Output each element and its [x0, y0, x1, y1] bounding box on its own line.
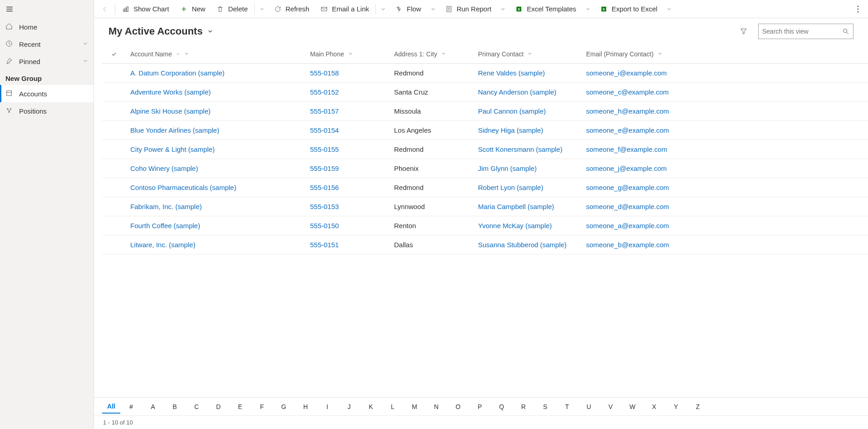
email-link[interactable]: someone_b@example.com [586, 241, 669, 249]
sidebar-item-recent[interactable]: Recent [0, 35, 94, 53]
show-chart-button[interactable]: Show Chart [116, 0, 174, 18]
table-row[interactable]: City Power & Light (sample)555-0155Redmo… [102, 140, 868, 159]
contact-link[interactable]: Jim Glynn (sample) [478, 165, 537, 172]
contact-link[interactable]: Scott Konersmann (sample) [478, 145, 562, 153]
account-name-link[interactable]: Contoso Pharmaceuticals (sample) [130, 184, 236, 191]
column-header-main-phone[interactable]: Main Phone [310, 50, 394, 58]
filter-button[interactable] [735, 22, 753, 40]
alpha-filter-w[interactable]: W [621, 400, 643, 413]
back-button[interactable] [96, 0, 114, 18]
alpha-filter-s[interactable]: S [534, 400, 556, 413]
contact-link[interactable]: Susanna Stubberod (sample) [478, 241, 567, 249]
alpha-filter-q[interactable]: Q [491, 400, 513, 413]
email-link[interactable]: someone_i@example.com [586, 69, 667, 77]
contact-link[interactable]: Maria Campbell (sample) [478, 203, 554, 210]
alpha-filter-y[interactable]: Y [665, 400, 687, 413]
sidebar-item-accounts[interactable]: Accounts [0, 85, 94, 102]
phone-link[interactable]: 555-0150 [310, 222, 339, 229]
cmd-dropdown-button[interactable] [497, 0, 509, 18]
phone-link[interactable]: 555-0159 [310, 165, 339, 172]
table-row[interactable]: A. Datum Corporation (sample)555-0158Red… [102, 64, 868, 83]
phone-link[interactable]: 555-0151 [310, 241, 339, 249]
column-header-primary-contact[interactable]: Primary Contact [478, 50, 586, 58]
delete-button[interactable]: Delete [211, 0, 253, 18]
alpha-filter-n[interactable]: N [425, 400, 447, 413]
alpha-filter-r[interactable]: R [513, 400, 534, 413]
cmd-dropdown-button[interactable] [377, 0, 390, 18]
cmd-dropdown-button[interactable] [427, 0, 439, 18]
view-selector[interactable]: My Active Accounts [108, 25, 213, 37]
export-to-excel-button[interactable]: XExport to Excel [594, 0, 663, 18]
email-link[interactable]: someone_d@example.com [586, 203, 669, 210]
account-name-link[interactable]: Fabrikam, Inc. (sample) [130, 203, 202, 210]
email-link[interactable]: someone_a@example.com [586, 222, 669, 229]
phone-link[interactable]: 555-0156 [310, 184, 339, 191]
cmd-dropdown-button[interactable] [582, 0, 594, 18]
search-box[interactable] [758, 24, 853, 39]
account-name-link[interactable]: Fourth Coffee (sample) [130, 222, 200, 229]
phone-link[interactable]: 555-0153 [310, 203, 339, 210]
alpha-filter-e[interactable]: E [229, 400, 251, 413]
flow-button[interactable]: Flow [390, 0, 427, 18]
email-link[interactable]: someone_j@example.com [586, 165, 667, 172]
account-name-link[interactable]: Litware, Inc. (sample) [130, 241, 195, 249]
sidebar-item-home[interactable]: Home [0, 18, 94, 35]
account-name-link[interactable]: Adventure Works (sample) [130, 88, 211, 96]
alpha-filter-h[interactable]: H [295, 400, 316, 413]
email-link[interactable]: someone_g@example.com [586, 184, 669, 191]
contact-link[interactable]: Robert Lyon (sample) [478, 184, 543, 191]
phone-link[interactable]: 555-0157 [310, 107, 339, 115]
email-link[interactable]: someone_c@example.com [586, 88, 669, 96]
alpha-filter-t[interactable]: T [556, 400, 578, 413]
alpha-filter-z[interactable]: Z [687, 400, 709, 413]
contact-link[interactable]: Yvonne McKay (sample) [478, 222, 552, 229]
alpha-filter-a[interactable]: A [142, 400, 164, 413]
account-name-link[interactable]: City Power & Light (sample) [130, 145, 215, 153]
table-row[interactable]: Blue Yonder Airlines (sample)555-0154Los… [102, 121, 868, 140]
phone-link[interactable]: 555-0155 [310, 145, 339, 153]
table-row[interactable]: Fourth Coffee (sample)555-0150RentonYvon… [102, 216, 868, 235]
contact-link[interactable]: Paul Cannon (sample) [478, 107, 546, 115]
alpha-filter-o[interactable]: O [447, 400, 469, 413]
alpha-filter-l[interactable]: L [382, 400, 404, 413]
alpha-filter-b[interactable]: B [164, 400, 186, 413]
account-name-link[interactable]: Alpine Ski House (sample) [130, 107, 211, 115]
table-row[interactable]: Adventure Works (sample)555-0152Santa Cr… [102, 83, 868, 102]
table-row[interactable]: Litware, Inc. (sample)555-0151DallasSusa… [102, 235, 868, 254]
search-input[interactable] [762, 28, 842, 35]
alpha-filter-x[interactable]: X [643, 400, 665, 413]
table-row[interactable]: Contoso Pharmaceuticals (sample)555-0156… [102, 178, 868, 197]
column-header-city[interactable]: Address 1: City [394, 50, 478, 58]
account-name-link[interactable]: Blue Yonder Airlines (sample) [130, 126, 219, 134]
email-link[interactable]: someone_h@example.com [586, 107, 669, 115]
alpha-filter-v[interactable]: V [600, 400, 621, 413]
alpha-filter-j[interactable]: J [338, 400, 360, 413]
overflow-menu-button[interactable] [850, 0, 866, 18]
alpha-filter-c[interactable]: C [186, 400, 207, 413]
account-name-link[interactable]: A. Datum Corporation (sample) [130, 69, 225, 77]
column-header-account-name[interactable]: Account Name [130, 50, 310, 58]
phone-link[interactable]: 555-0152 [310, 88, 339, 96]
contact-link[interactable]: Sidney Higa (sample) [478, 126, 543, 134]
hamburger-button[interactable] [0, 0, 94, 18]
alpha-filter-k[interactable]: K [360, 400, 382, 413]
sidebar-item-positions[interactable]: Positions [0, 102, 94, 120]
phone-link[interactable]: 555-0158 [310, 69, 339, 77]
email-a-link-button[interactable]: Email a Link [315, 0, 375, 18]
alpha-filter-#[interactable]: # [120, 400, 142, 413]
table-row[interactable]: Alpine Ski House (sample)555-0157Missoul… [102, 102, 868, 121]
cmd-dropdown-button[interactable] [256, 0, 268, 18]
refresh-button[interactable]: Refresh [268, 0, 315, 18]
account-name-link[interactable]: Coho Winery (sample) [130, 165, 198, 172]
column-header-email[interactable]: Email (Primary Contact) [586, 50, 704, 58]
alpha-filter-u[interactable]: U [578, 400, 600, 413]
new-button[interactable]: New [174, 0, 211, 18]
alpha-filter-i[interactable]: I [316, 400, 338, 413]
table-row[interactable]: Fabrikam, Inc. (sample)555-0153LynnwoodM… [102, 197, 868, 216]
alpha-filter-d[interactable]: D [207, 400, 229, 413]
phone-link[interactable]: 555-0154 [310, 126, 339, 134]
email-link[interactable]: someone_e@example.com [586, 126, 669, 134]
alpha-filter-f[interactable]: F [251, 400, 273, 413]
alpha-filter-all[interactable]: All [102, 400, 120, 414]
alpha-filter-g[interactable]: G [273, 400, 295, 413]
